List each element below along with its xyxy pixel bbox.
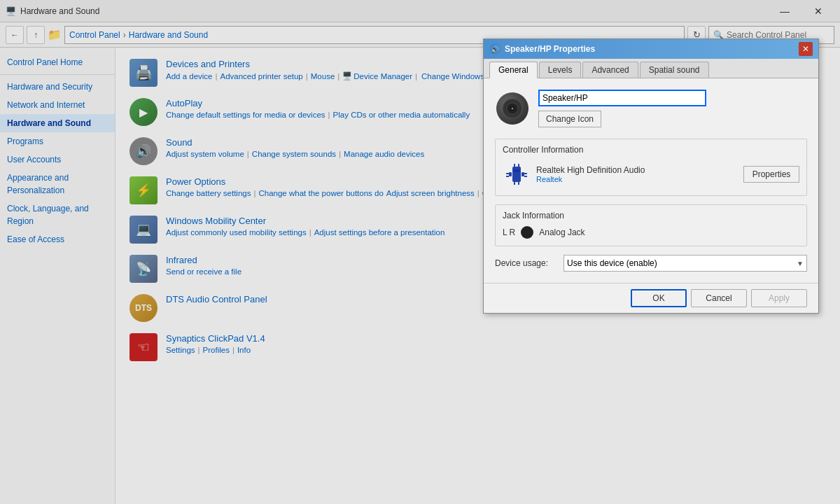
name-input-group: Change Icon xyxy=(538,90,706,127)
svg-point-3 xyxy=(512,108,514,110)
dialog-title-icon: 🔊 xyxy=(489,43,500,55)
name-row: Change Icon xyxy=(495,90,807,127)
apply-button[interactable]: Apply xyxy=(751,289,807,307)
controller-icon xyxy=(503,160,531,188)
controller-row: Realtek High Definition Audio Realtek Pr… xyxy=(503,160,799,188)
device-usage-row: Device usage: Use this device (enable) ▼ xyxy=(495,255,807,272)
controller-section: Controller Information xyxy=(495,139,807,196)
svg-rect-8 xyxy=(506,173,509,174)
device-usage-select[interactable]: Use this device (enable) ▼ xyxy=(564,255,807,272)
device-name-input[interactable] xyxy=(538,90,706,106)
jack-section: Jack Information L R Analog Jack xyxy=(495,204,807,246)
svg-rect-15 xyxy=(518,182,519,185)
speaker-icon-circle xyxy=(496,92,528,125)
dialog-close-button[interactable]: ✕ xyxy=(799,42,813,56)
dialog-title-bar: 🔊 Speaker/HP Properties ✕ xyxy=(484,39,818,59)
controller-info: Realtek High Definition Audio Realtek xyxy=(536,165,738,183)
jack-legend: Jack Information xyxy=(503,211,799,220)
dialog-body: Change Icon Controller Information xyxy=(484,78,818,283)
change-icon-button[interactable]: Change Icon xyxy=(538,111,601,127)
device-usage-label: Device usage: xyxy=(495,258,558,268)
tab-general[interactable]: General xyxy=(489,62,538,78)
tab-levels[interactable]: Levels xyxy=(539,62,582,78)
select-arrow-icon: ▼ xyxy=(797,260,804,267)
dialog-tabs: General Levels Advanced Spatial sound xyxy=(484,59,818,78)
jack-circle xyxy=(521,226,533,239)
svg-rect-13 xyxy=(518,164,519,167)
dialog-title-text: 🔊 Speaker/HP Properties xyxy=(489,43,595,55)
svg-rect-14 xyxy=(514,182,515,185)
device-usage-value: Use this device (enable) xyxy=(567,258,657,268)
svg-rect-4 xyxy=(509,172,512,176)
svg-rect-11 xyxy=(524,176,527,177)
svg-rect-9 xyxy=(506,176,509,177)
jack-lr-label: L R xyxy=(503,227,515,237)
svg-rect-10 xyxy=(524,173,527,174)
dialog-footer: OK Cancel Apply xyxy=(484,283,818,313)
properties-button[interactable]: Properties xyxy=(743,166,799,183)
svg-rect-12 xyxy=(514,164,515,167)
controller-link[interactable]: Realtek xyxy=(536,175,738,183)
jack-row: L R Analog Jack xyxy=(503,226,799,239)
controller-legend: Controller Information xyxy=(503,145,799,155)
svg-rect-7 xyxy=(514,169,519,172)
svg-rect-5 xyxy=(522,172,524,176)
controller-name: Realtek High Definition Audio xyxy=(536,165,738,175)
svg-rect-6 xyxy=(512,167,521,182)
speaker-icon xyxy=(495,91,530,126)
tab-advanced[interactable]: Advanced xyxy=(582,62,638,78)
speaker-dialog: 🔊 Speaker/HP Properties ✕ General Levels… xyxy=(483,38,819,314)
ok-button[interactable]: OK xyxy=(631,289,687,307)
dialog-title-label: Speaker/HP Properties xyxy=(505,44,595,54)
tab-spatial[interactable]: Spatial sound xyxy=(640,62,709,78)
jack-type-label: Analog Jack xyxy=(539,227,584,237)
cancel-button[interactable]: Cancel xyxy=(691,289,747,307)
